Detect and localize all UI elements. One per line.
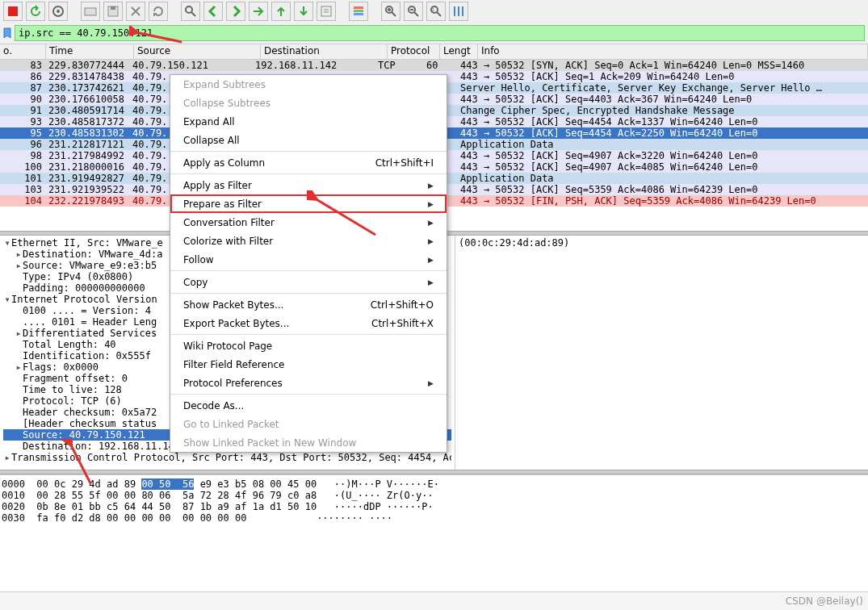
submenu-arrow-icon: ▶: [428, 256, 434, 264]
save-file-button[interactable]: [103, 2, 123, 21]
submenu-arrow-icon: ▶: [428, 200, 434, 208]
menu-apply-column[interactable]: Apply as ColumnCtrl+Shift+I: [170, 153, 447, 172]
menu-follow[interactable]: Follow▶: [170, 250, 447, 269]
zoom-in-button[interactable]: [381, 2, 400, 21]
menu-apply-filter[interactable]: Apply as Filter▶: [170, 176, 447, 194]
shortcut-label: Ctrl+Shift+I: [375, 157, 434, 169]
forward-button[interactable]: [226, 2, 245, 21]
submenu-arrow-icon: ▶: [428, 278, 434, 286]
submenu-arrow-icon: ▶: [428, 379, 434, 387]
packet-row[interactable]: 83229.83077244440.79.150.121192.168.11.1…: [0, 60, 868, 71]
reload-button[interactable]: [149, 2, 168, 21]
svg-rect-7: [321, 6, 331, 16]
svg-rect-0: [8, 6, 18, 16]
svg-rect-8: [354, 6, 363, 9]
menu-collapse-subtrees: Collapse Subtrees: [170, 94, 447, 112]
menu-protocol-prefs[interactable]: Protocol Preferences▶: [170, 374, 447, 392]
svg-rect-10: [354, 13, 363, 15]
status-bar: [0, 591, 868, 610]
menu-collapse-all[interactable]: Collapse All: [170, 131, 447, 149]
resize-columns-button[interactable]: [449, 2, 468, 21]
hex-dump[interactable]: 0000 00 0c 29 4d ad 89 00 50 56 e9 e3 b5…: [0, 474, 868, 533]
packet-list-header: o. Time Source Destination Protocol Leng…: [0, 44, 868, 60]
autoscroll-button[interactable]: [317, 2, 336, 21]
zoom-reset-button[interactable]: 1: [426, 2, 446, 21]
go-first-button[interactable]: [271, 2, 291, 21]
col-src[interactable]: Source: [134, 44, 261, 59]
col-len[interactable]: Lengt: [440, 44, 478, 59]
zoom-out-button[interactable]: [404, 2, 423, 21]
find-button[interactable]: [181, 2, 200, 21]
menu-show-linked: Show Linked Packet in New Window: [170, 433, 447, 452]
submenu-arrow-icon: ▶: [428, 237, 434, 245]
svg-rect-5: [111, 6, 115, 10]
close-file-button[interactable]: [126, 2, 145, 21]
menu-field-ref[interactable]: Filter Field Reference: [170, 355, 447, 374]
menu-conversation-filter[interactable]: Conversation Filter▶: [170, 213, 447, 232]
menu-expand-all[interactable]: Expand All: [170, 112, 447, 131]
watermark: CSDN @Beilay(): [786, 595, 863, 607]
side-pane: (00:0c:29:4d:ad:89): [455, 236, 868, 470]
display-filter-input[interactable]: [15, 25, 865, 41]
menu-colorize-filter[interactable]: Colorize with Filter▶: [170, 232, 447, 250]
menu-export-packet-bytes[interactable]: Export Packet Bytes...Ctrl+Shift+X: [170, 314, 447, 332]
restart-capture-button[interactable]: [26, 2, 45, 21]
menu-decode-as[interactable]: Decode As...: [170, 396, 447, 415]
menu-copy[interactable]: Copy▶: [170, 273, 447, 291]
menu-expand-subtrees: Expand Subtrees: [170, 75, 447, 94]
shortcut-label: Ctrl+Shift+X: [371, 318, 434, 329]
filter-bar: [0, 23, 868, 44]
svg-rect-9: [354, 10, 363, 12]
stop-capture-button[interactable]: [3, 2, 23, 21]
tree-line[interactable]: ▸Transmission Control Protocol, Src Port…: [3, 452, 451, 463]
hex-line[interactable]: 0000 00 0c 29 4d ad 89 00 50 56 e9 e3 b5…: [2, 478, 866, 490]
col-dst[interactable]: Destination: [261, 44, 388, 59]
hex-line[interactable]: 0020 0b 8e 01 bb c5 64 44 50 87 1b a9 af…: [2, 501, 866, 512]
submenu-arrow-icon: ▶: [428, 219, 434, 227]
open-file-button[interactable]: [81, 2, 100, 21]
toolbar: 1: [0, 0, 868, 23]
colorize-button[interactable]: [349, 2, 368, 21]
svg-point-2: [57, 10, 60, 13]
menu-show-packet-bytes[interactable]: Show Packet Bytes...Ctrl+Shift+O: [170, 295, 447, 314]
col-no[interactable]: o.: [0, 44, 46, 59]
hex-line[interactable]: 0010 00 28 55 5f 00 00 80 06 5a 72 28 4f…: [2, 490, 866, 501]
col-proto[interactable]: Protocol: [388, 44, 440, 59]
svg-text:1: 1: [432, 7, 434, 12]
hex-line[interactable]: 0030 fa f0 d2 d8 00 00 00 00 00 00 00 00…: [2, 512, 866, 524]
shortcut-label: Ctrl+Shift+O: [371, 299, 434, 311]
back-button[interactable]: [203, 2, 223, 21]
col-time[interactable]: Time: [46, 44, 134, 59]
goto-button[interactable]: [249, 2, 268, 21]
menu-go-linked: Go to Linked Packet: [170, 415, 447, 433]
svg-rect-3: [85, 8, 96, 15]
bookmark-icon[interactable]: [3, 27, 11, 39]
side-text: (00:0c:29:4d:ad:89): [459, 237, 569, 249]
menu-wiki[interactable]: Wiki Protocol Page: [170, 336, 447, 355]
context-menu: Expand Subtrees Collapse Subtrees Expand…: [170, 74, 447, 453]
svg-point-6: [186, 6, 192, 13]
col-info[interactable]: Info: [478, 44, 868, 59]
menu-prepare-filter[interactable]: Prepare as Filter▶: [170, 194, 447, 213]
options-button[interactable]: [48, 2, 68, 21]
go-last-button[interactable]: [294, 2, 313, 21]
submenu-arrow-icon: ▶: [428, 182, 434, 190]
